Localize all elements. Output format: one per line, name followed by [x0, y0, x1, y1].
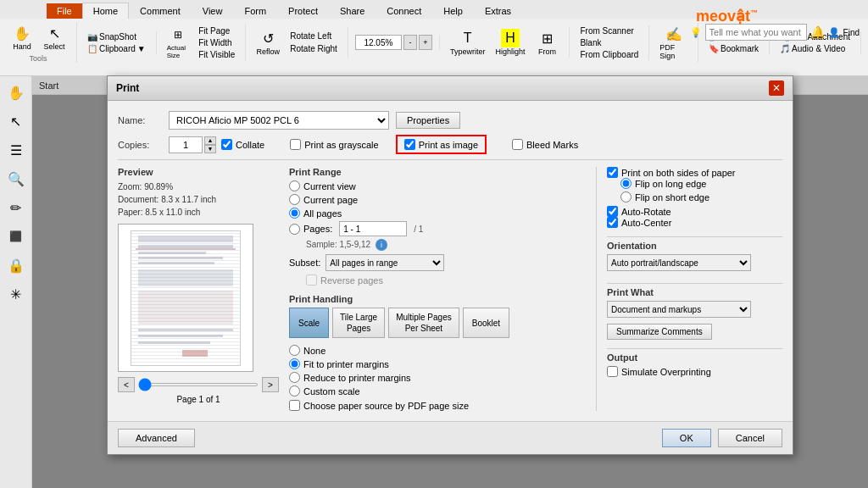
ok-btn[interactable]: OK	[662, 429, 711, 447]
current-page-radio[interactable]	[289, 194, 300, 205]
tab-protect[interactable]: Protect	[277, 3, 329, 19]
cancel-btn[interactable]: Cancel	[718, 429, 782, 447]
reduce-printer-radio[interactable]	[289, 372, 300, 383]
printer-select[interactable]: RICOH Aficio MP 5002 PCL 6	[169, 111, 389, 130]
fit-page-btn[interactable]: Fit Page	[195, 25, 238, 36]
copies-input[interactable]	[169, 136, 203, 153]
print-range-section: Print Range Current view Current page Al…	[289, 167, 586, 286]
tab-home[interactable]: Home	[82, 3, 129, 19]
duplex-checkbox[interactable]	[607, 167, 618, 178]
select-tool-btn[interactable]: ↖ Select	[39, 22, 70, 53]
zoom-group: - +	[355, 35, 440, 50]
tab-connect[interactable]: Connect	[376, 3, 432, 19]
bleed-marks-checkbox[interactable]	[512, 139, 523, 150]
fit-visible-btn[interactable]: Fit Visible	[195, 49, 238, 60]
summarize-btn[interactable]: Summarize Comments	[607, 324, 712, 340]
actual-size-btn[interactable]: ⊞ Actual Size	[164, 24, 193, 61]
dialog-columns: Preview Zoom: 90.89% Document: 8.3 x 11.…	[118, 167, 782, 411]
pages-input[interactable]	[339, 221, 407, 236]
info-icon[interactable]: i	[376, 239, 387, 251]
clipboard-btn[interactable]: 📋 Clipboard ▼	[84, 43, 149, 54]
subset-select[interactable]: All pages in range	[326, 254, 444, 271]
simulate-checkbox[interactable]	[607, 366, 618, 377]
sidebar-tool-comment[interactable]: ✏	[3, 195, 29, 220]
ribbon-content: ✋ Hand ↖ Select Tools 📷 SnapShot 📋 Clip	[0, 19, 868, 66]
copies-down-btn[interactable]: ▼	[204, 145, 216, 153]
hand-label: Hand	[13, 42, 31, 51]
reverse-pages-checkbox[interactable]	[306, 274, 317, 286]
print-as-image-checkbox[interactable]	[404, 139, 415, 150]
rotate-left-btn[interactable]: Rotate Left	[287, 30, 341, 42]
none-radio[interactable]	[289, 345, 300, 356]
tab-share[interactable]: Share	[329, 3, 376, 19]
highlight-btn[interactable]: H Highlight	[492, 27, 528, 58]
next-page-btn[interactable]: >	[262, 377, 279, 392]
reduce-printer-row: Reduce to printer margins	[289, 372, 586, 383]
scale-btn[interactable]: Scale	[289, 308, 329, 338]
pdf-sign-btn[interactable]: ✍ PDF Sign	[656, 23, 691, 62]
current-view-radio[interactable]	[289, 180, 300, 191]
all-pages-radio[interactable]	[289, 208, 300, 219]
auto-center-checkbox[interactable]	[607, 217, 618, 228]
dialog-body: Name: RICOH Aficio MP 5002 PCL 6 Propert…	[108, 101, 793, 421]
zoom-out-btn[interactable]: -	[403, 35, 417, 50]
zoom-in-btn[interactable]: +	[419, 35, 432, 50]
tab-file[interactable]: File	[47, 3, 82, 19]
pages-radio[interactable]	[289, 224, 300, 235]
choose-paper-checkbox[interactable]	[289, 400, 300, 411]
orientation-select[interactable]: Auto portrait/landscape	[607, 254, 751, 271]
custom-scale-radio[interactable]	[289, 385, 300, 396]
sidebar-tool-pages[interactable]: ☰	[3, 137, 29, 163]
flip-long-radio[interactable]	[620, 178, 632, 189]
flip-short-radio[interactable]	[620, 191, 632, 202]
auto-center-label: Auto-Center	[621, 218, 671, 228]
zoom-input[interactable]	[355, 35, 402, 50]
properties-btn[interactable]: Properties	[396, 112, 460, 129]
auto-rotate-checkbox[interactable]	[607, 206, 618, 217]
sidebar-tool-extra[interactable]: ✳	[3, 281, 29, 307]
sidebar-tool-hand[interactable]: ✋	[3, 80, 29, 105]
sidebar-tool-lock[interactable]: 🔒	[3, 252, 29, 278]
reflow-icon: ↺	[259, 29, 277, 47]
middle-column: Print Range Current view Current page Al…	[279, 167, 596, 411]
multiple-pages-btn[interactable]: Multiple PagesPer Sheet	[388, 308, 459, 338]
grayscale-checkbox[interactable]	[290, 139, 301, 150]
print-what-select[interactable]: Document and markups	[607, 301, 751, 318]
tab-help[interactable]: Help	[432, 3, 474, 19]
tile-large-btn[interactable]: Tile LargePages	[332, 308, 385, 338]
alert-icon: 🔔	[810, 25, 825, 39]
hand-tool-btn[interactable]: ✋ Hand	[7, 22, 37, 53]
tools-group: ✋ Hand ↖ Select Tools	[7, 22, 77, 63]
blank-btn[interactable]: Blank	[576, 37, 642, 48]
from-btn[interactable]: ⊞ From	[531, 27, 562, 58]
sidebar-tool-fill[interactable]: ⬛	[3, 224, 29, 249]
prev-page-btn[interactable]: <	[118, 377, 135, 392]
pdf-sign-icon: ✍	[665, 25, 683, 43]
audio-video-btn[interactable]: 🎵 Audio & Video	[776, 43, 854, 54]
from-clipboard-btn[interactable]: From Clipboard	[576, 49, 642, 60]
tab-comment[interactable]: Comment	[129, 3, 192, 19]
sidebar-tool-select[interactable]: ↖	[3, 108, 29, 134]
annotate-group: T Typewriter H Highlight ⊞ From	[447, 27, 570, 58]
collate-checkbox[interactable]	[221, 139, 232, 150]
search-input[interactable]	[705, 24, 807, 41]
booklet-btn[interactable]: Booklet	[463, 308, 509, 338]
snapshot-btn[interactable]: 📷 SnapShot	[84, 31, 149, 42]
typewriter-btn[interactable]: T Typewriter	[447, 27, 489, 58]
from-scanner-btn[interactable]: From Scanner	[576, 25, 642, 36]
dialog-close-btn[interactable]: ✕	[769, 80, 784, 96]
advanced-btn[interactable]: Advanced	[118, 429, 195, 447]
fit-width-btn[interactable]: Fit Width	[195, 37, 238, 48]
tab-form[interactable]: Form	[233, 3, 277, 19]
tab-extras[interactable]: Extras	[474, 3, 522, 19]
tab-view[interactable]: View	[192, 3, 234, 19]
bookmark-btn[interactable]: 🔖 Bookmark	[705, 43, 762, 54]
sidebar-tool-search[interactable]: 🔍	[3, 166, 29, 191]
bookmark-label: Bookmark	[721, 44, 759, 53]
page-slider[interactable]	[138, 383, 259, 386]
reflow-btn[interactable]: ↺ Reflow	[253, 27, 283, 58]
copies-up-btn[interactable]: ▲	[204, 136, 216, 145]
rotate-right-btn[interactable]: Rotate Right	[287, 43, 341, 54]
fit-printer-radio[interactable]	[289, 358, 300, 369]
logo: meovật™	[696, 7, 758, 25]
